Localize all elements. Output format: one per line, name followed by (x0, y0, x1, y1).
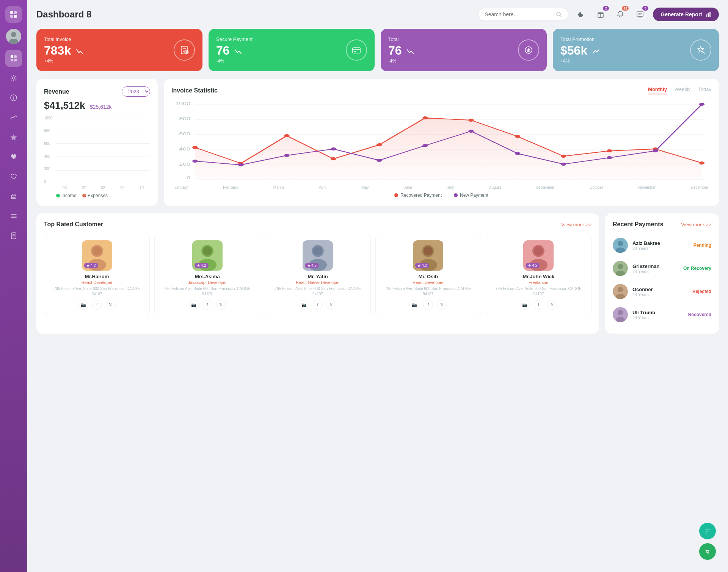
stat-cards: Total invoice 783k +4% (36, 29, 719, 71)
user-avatar[interactable] (6, 29, 21, 44)
top-rated-header: Top Rated Customer View more >> (44, 221, 592, 228)
sidebar-item-starred[interactable] (5, 129, 22, 146)
twitter-icon[interactable]: 𝕏 (326, 300, 336, 310)
stat-card-total: Total 76 -4% (381, 29, 547, 71)
svg-text:600: 600 (179, 132, 190, 136)
chat-float-button[interactable] (699, 523, 716, 539)
sidebar-item-favorites[interactable] (5, 149, 22, 165)
rating-badge: ★4.2 (415, 263, 429, 268)
tab-monthly[interactable]: Monthly (648, 86, 667, 94)
sidebar-item-dashboard[interactable] (5, 50, 22, 67)
facebook-icon[interactable]: f (202, 300, 212, 310)
recovered-dot (468, 119, 474, 122)
customer-address: 795 Folsom Ave, Suite 600 San Francisco,… (491, 286, 587, 297)
sidebar-logo[interactable] (5, 6, 22, 23)
search-input[interactable] (485, 11, 553, 17)
payment-name: Aziz Bakree (632, 240, 689, 246)
svg-marker-13 (11, 134, 17, 140)
recovered-dot (422, 116, 428, 119)
svg-point-58 (93, 246, 102, 255)
svg-rect-28 (637, 12, 643, 16)
facebook-icon[interactable]: f (423, 300, 433, 310)
gift-button[interactable]: 2 (594, 8, 607, 21)
payment-age: 24 Years (632, 315, 684, 320)
stat-card-total-invoice: Total invoice 783k +4% (36, 29, 202, 71)
payment-item: Uli Trumb 24 Years Recovered (613, 303, 711, 326)
new-payment-dot (331, 147, 336, 150)
tab-weekly[interactable]: Weekly (675, 86, 690, 94)
twitter-icon[interactable]: 𝕏 (437, 300, 447, 310)
instagram-icon[interactable]: 📷 (189, 300, 199, 310)
sidebar-item-likes[interactable] (5, 168, 22, 185)
year-select[interactable]: 2023 2022 2021 (122, 86, 150, 97)
gridline (56, 170, 150, 171)
sidebar-item-info[interactable] (5, 89, 22, 106)
charts-row: Revenue 2023 2022 2021 $41,512k $25,612k… (36, 79, 719, 206)
rating-badge: ★4.2 (526, 263, 540, 268)
instagram-icon[interactable]: 📷 (78, 300, 88, 310)
gridline (56, 157, 150, 157)
svg-text:400: 400 (179, 147, 190, 151)
top-rated-view-more[interactable]: View more >> (561, 222, 592, 227)
instagram-icon[interactable]: 📷 (520, 300, 530, 310)
invoice-tabs: Monthly Weekly Today (648, 86, 711, 94)
bell-icon (617, 11, 624, 18)
stat-trend: +4% (44, 58, 83, 64)
sidebar-item-analytics[interactable] (5, 109, 22, 126)
instagram-icon[interactable]: 📷 (410, 300, 419, 310)
sidebar-item-print[interactable] (5, 188, 22, 205)
stat-label: Total Promotion (560, 36, 600, 42)
new-payment-dot (515, 152, 520, 155)
top-rated-card: Top Rated Customer View more >> ★4. (36, 213, 599, 334)
payments-view-more[interactable]: View more >> (681, 222, 711, 227)
customer-card: ★4.2 Mr. Yatin React Native Developer 79… (265, 234, 370, 316)
payment-name: Griezerman (632, 263, 679, 269)
tab-today[interactable]: Today (698, 86, 711, 94)
customer-avatar: ★4.2 (523, 240, 554, 271)
instagram-icon[interactable]: 📷 (299, 300, 309, 310)
messages-button[interactable]: 5 (633, 8, 647, 21)
dark-mode-toggle[interactable] (574, 8, 588, 21)
customer-name: Mr.Hariom (49, 274, 145, 279)
payment-avatar (613, 238, 628, 253)
svg-rect-7 (11, 55, 13, 58)
svg-point-89 (707, 553, 708, 554)
payment-avatar (613, 284, 628, 299)
svg-point-90 (708, 553, 709, 554)
trend-down-icon (234, 49, 242, 54)
svg-rect-39 (353, 48, 360, 53)
top-rated-title: Top Rated Customer (44, 221, 103, 228)
payment-avatar (613, 261, 628, 276)
twitter-icon[interactable]: 𝕏 (106, 300, 116, 310)
gift-icon (597, 11, 604, 18)
rating-badge: ★4.2 (195, 263, 209, 268)
sidebar-item-reports[interactable] (5, 227, 22, 244)
sidebar (0, 0, 27, 572)
sidebar-item-settings[interactable] (5, 70, 22, 86)
stat-label: Total invoice (44, 36, 83, 42)
sidebar-item-menu[interactable] (5, 208, 22, 224)
twitter-icon[interactable]: 𝕏 (216, 300, 226, 310)
svg-point-11 (13, 77, 15, 79)
stat-label: Total (388, 36, 414, 42)
new-payment-dot (192, 160, 198, 163)
facebook-icon[interactable]: f (92, 300, 102, 310)
payment-item: Oconner 24 Years Rejected (613, 280, 711, 303)
new-payment-dot (468, 130, 474, 133)
recovered-dot (331, 157, 336, 160)
twitter-icon[interactable]: 𝕏 (547, 300, 557, 310)
header: Dashboard 8 (36, 8, 719, 21)
customer-name: Mr.John Wick (491, 274, 587, 279)
cart-float-button[interactable] (699, 543, 716, 560)
generate-report-button[interactable]: Generate Report (653, 8, 719, 21)
facebook-icon[interactable]: f (533, 300, 543, 310)
svg-point-74 (534, 246, 543, 255)
svg-point-82 (618, 287, 623, 292)
float-buttons (699, 523, 716, 560)
svg-text:200: 200 (179, 162, 190, 166)
svg-rect-2 (10, 15, 13, 18)
facebook-icon[interactable]: f (313, 300, 323, 310)
search-box[interactable] (479, 8, 568, 20)
notifications-button[interactable]: 12 (613, 8, 627, 21)
recovered-dot (377, 143, 382, 146)
